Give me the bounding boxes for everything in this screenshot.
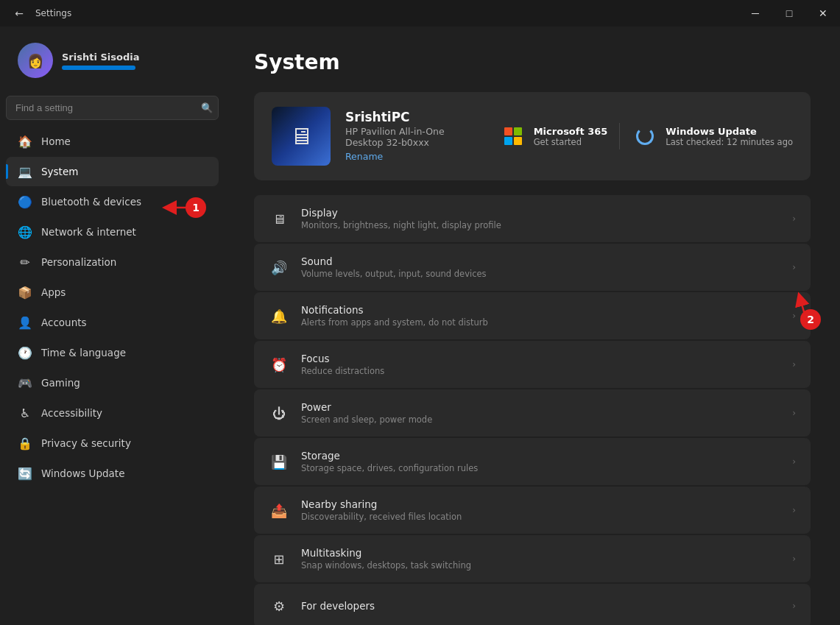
- settings-icon-nearby-sharing: 📤: [269, 500, 289, 520]
- nav-label-time: Time & language: [41, 347, 126, 359]
- pc-cards-right: Microsoft 365 Get started Windows Update…: [500, 123, 793, 149]
- settings-title-notifications: Notifications: [301, 304, 780, 316]
- settings-sub-multitasking: Snap windows, desktops, task switching: [301, 560, 780, 571]
- sidebar-item-time[interactable]: 🕐 Time & language: [6, 338, 219, 367]
- settings-sub-display: Monitors, brightness, night light, displ…: [301, 220, 780, 230]
- ms365-title: Microsoft 365: [534, 126, 608, 137]
- settings-title-focus: Focus: [301, 353, 780, 364]
- settings-icon-focus: ⏰: [269, 354, 289, 375]
- sidebar-item-system[interactable]: 💻 System: [6, 157, 219, 186]
- titlebar-left: ← Settings: [9, 3, 71, 24]
- app-body: 👩 Srishti Sisodia 🔍 🏠 Home 💻 System 🔵 Bl…: [0, 27, 840, 625]
- nav-list: 🏠 Home 💻 System 🔵 Bluetooth & devices 🌐 …: [0, 126, 225, 489]
- sidebar-item-personalization[interactable]: ✏️ Personalization: [6, 247, 219, 277]
- nav-label-apps: Apps: [41, 286, 66, 298]
- settings-item-notifications[interactable]: 🔔 Notifications Alerts from apps and sys…: [254, 292, 811, 339]
- nav-icon-personalization: ✏️: [18, 255, 32, 269]
- main-content: System 🖥 SrishtiPC HP Pavilion All-in-On…: [225, 27, 840, 625]
- close-button[interactable]: ✕: [806, 0, 840, 27]
- nav-icon-home: 🏠: [18, 134, 32, 149]
- back-button[interactable]: ←: [9, 3, 29, 24]
- nav-icon-update: 🔄: [18, 466, 32, 481]
- app-title: Settings: [35, 8, 71, 18]
- settings-text-storage: Storage Storage space, drives, configura…: [301, 450, 780, 473]
- nav-label-gaming: Gaming: [41, 377, 80, 389]
- wu-card[interactable]: Windows Update Last checked: 12 minutes …: [632, 123, 793, 149]
- sidebar-item-bluetooth[interactable]: 🔵 Bluetooth & devices: [6, 187, 219, 216]
- chevron-icon-display: ›: [792, 213, 796, 224]
- settings-title-developers: For developers: [301, 600, 780, 612]
- chevron-icon-multitasking: ›: [792, 554, 796, 564]
- settings-text-developers: For developers: [301, 600, 780, 612]
- settings-title-storage: Storage: [301, 450, 780, 462]
- rename-link[interactable]: Rename: [345, 151, 383, 162]
- settings-sub-nearby-sharing: Discoverability, received files location: [301, 512, 780, 522]
- sidebar: 👩 Srishti Sisodia 🔍 🏠 Home 💻 System 🔵 Bl…: [0, 27, 225, 625]
- maximize-button[interactable]: □: [772, 0, 806, 27]
- chevron-icon-notifications: ›: [792, 311, 796, 321]
- nav-icon-apps: 📦: [18, 285, 32, 300]
- chevron-icon-focus: ›: [792, 359, 796, 370]
- settings-title-display: Display: [301, 207, 780, 219]
- nav-icon-network: 🌐: [18, 225, 32, 239]
- settings-title-nearby-sharing: Nearby sharing: [301, 498, 780, 510]
- settings-list: 🖥 Display Monitors, brightness, night li…: [254, 195, 811, 625]
- nav-icon-gaming: 🎮: [18, 375, 32, 390]
- settings-title-sound: Sound: [301, 255, 780, 267]
- sidebar-item-gaming[interactable]: 🎮 Gaming: [6, 368, 219, 398]
- settings-sub-storage: Storage space, drives, configuration rul…: [301, 463, 780, 473]
- settings-icon-notifications: 🔔: [269, 306, 289, 326]
- nav-icon-time: 🕐: [18, 345, 32, 360]
- settings-item-multitasking[interactable]: ⊞ Multitasking Snap windows, desktops, t…: [254, 535, 811, 582]
- settings-item-display[interactable]: 🖥 Display Monitors, brightness, night li…: [254, 195, 811, 242]
- settings-item-sound[interactable]: 🔊 Sound Volume levels, output, input, so…: [254, 244, 811, 291]
- settings-icon-power: ⏻: [269, 403, 289, 423]
- settings-title-multitasking: Multitasking: [301, 547, 780, 559]
- titlebar: ← Settings ─ □ ✕: [0, 0, 840, 27]
- settings-sub-sound: Volume levels, output, input, sound devi…: [301, 269, 780, 279]
- nav-icon-privacy: 🔒: [18, 436, 32, 451]
- pc-name: SrishtiPC: [345, 110, 485, 124]
- settings-text-nearby-sharing: Nearby sharing Discoverability, received…: [301, 498, 780, 522]
- settings-icon-storage: 💾: [269, 451, 289, 472]
- nav-icon-accounts: 👤: [18, 315, 32, 330]
- settings-item-developers[interactable]: ⚙ For developers ›: [254, 584, 811, 625]
- settings-item-power[interactable]: ⏻ Power Screen and sleep, power mode ›: [254, 389, 811, 437]
- settings-text-multitasking: Multitasking Snap windows, desktops, tas…: [301, 547, 780, 571]
- settings-item-nearby-sharing[interactable]: 📤 Nearby sharing Discoverability, receiv…: [254, 487, 811, 534]
- sidebar-item-home[interactable]: 🏠 Home: [6, 127, 219, 156]
- wu-sub: Last checked: 12 minutes ago: [666, 137, 793, 147]
- avatar: 👩: [18, 43, 53, 78]
- search-icon[interactable]: 🔍: [201, 102, 213, 113]
- minimize-button[interactable]: ─: [738, 0, 772, 27]
- settings-sub-power: Screen and sleep, power mode: [301, 414, 780, 425]
- nav-label-accessibility: Accessibility: [41, 407, 102, 419]
- settings-text-display: Display Monitors, brightness, night ligh…: [301, 207, 780, 230]
- sidebar-item-accessibility[interactable]: ♿ Accessibility: [6, 398, 219, 428]
- nav-label-home: Home: [41, 135, 71, 147]
- sidebar-item-privacy[interactable]: 🔒 Privacy & security: [6, 428, 219, 458]
- search-input[interactable]: [6, 96, 219, 120]
- nav-icon-accessibility: ♿: [18, 406, 32, 420]
- settings-item-storage[interactable]: 💾 Storage Storage space, drives, configu…: [254, 438, 811, 485]
- ms365-card[interactable]: Microsoft 365 Get started: [500, 123, 608, 149]
- sidebar-item-apps[interactable]: 📦 Apps: [6, 278, 219, 307]
- chevron-icon-nearby-sharing: ›: [792, 505, 796, 515]
- sidebar-item-update[interactable]: 🔄 Windows Update: [6, 459, 219, 488]
- settings-icon-developers: ⚙: [269, 596, 289, 616]
- settings-icon-sound: 🔊: [269, 257, 289, 278]
- sidebar-item-network[interactable]: 🌐 Network & internet: [6, 217, 219, 247]
- pc-image: 🖥: [272, 107, 331, 166]
- nav-label-accounts: Accounts: [41, 317, 87, 328]
- nav-label-bluetooth: Bluetooth & devices: [41, 196, 141, 208]
- chevron-icon-storage: ›: [792, 456, 796, 467]
- settings-item-focus[interactable]: ⏰ Focus Reduce distractions ›: [254, 341, 811, 388]
- settings-text-focus: Focus Reduce distractions: [301, 353, 780, 376]
- user-name: Srishti Sisodia: [62, 52, 207, 63]
- wu-title: Windows Update: [666, 126, 793, 137]
- settings-sub-focus: Reduce distractions: [301, 366, 780, 376]
- user-profile[interactable]: 👩 Srishti Sisodia: [6, 35, 219, 90]
- sidebar-item-accounts[interactable]: 👤 Accounts: [6, 308, 219, 337]
- nav-label-system: System: [41, 166, 78, 177]
- ms365-icon: [500, 123, 526, 149]
